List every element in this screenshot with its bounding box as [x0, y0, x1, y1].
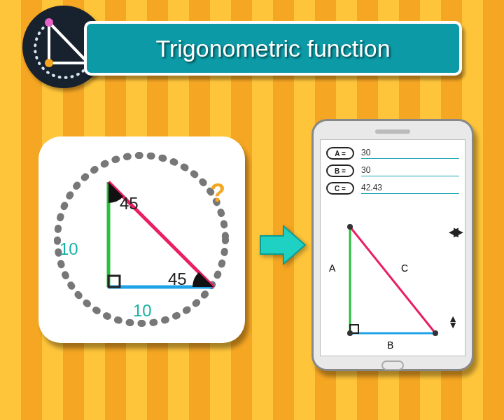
- unknown-marker: ?: [210, 178, 225, 208]
- tri-label-b: B: [387, 340, 393, 351]
- phone-mockup: A = 30 B = 30 C = 42.43 A B C ◀ ▶ ▲▼: [312, 119, 474, 371]
- page-title-banner: Trigonometric function: [84, 21, 462, 76]
- problem-card: 10 10 45 45 ?: [38, 136, 245, 343]
- vertical-stepper-icon[interactable]: ▲▼: [448, 316, 458, 328]
- side-left-label: 10: [59, 239, 78, 259]
- page-title: Trigonometric function: [155, 35, 390, 62]
- pill-c: C =: [326, 182, 354, 195]
- angle-right-label: 45: [168, 270, 187, 289]
- value-c: 42.43: [361, 183, 459, 194]
- side-bottom-label: 10: [133, 301, 152, 321]
- svg-point-15: [347, 330, 353, 336]
- svg-marker-9: [260, 226, 305, 264]
- svg-point-16: [433, 330, 438, 336]
- horizontal-stepper-icon[interactable]: ◀ ▶: [449, 224, 459, 239]
- value-a: 30: [361, 148, 459, 159]
- phone-screen: A = 30 B = 30 C = 42.43 A B C ◀ ▶ ▲▼: [320, 139, 465, 356]
- angle-top-label: 45: [120, 194, 139, 214]
- phone-triangle-icon: [330, 221, 442, 347]
- pill-b: B =: [326, 164, 354, 177]
- value-row-c: C = 42.43: [326, 182, 459, 195]
- svg-point-14: [347, 224, 353, 230]
- tri-label-a: A: [329, 262, 335, 274]
- svg-point-2: [45, 59, 53, 67]
- svg-marker-0: [49, 22, 88, 63]
- arrow-right-icon: [259, 224, 308, 266]
- phone-home-button[interactable]: [382, 360, 404, 370]
- tri-label-c: C: [401, 262, 408, 274]
- pill-a: A =: [326, 147, 354, 160]
- phone-speaker-icon: [375, 130, 410, 134]
- value-row-b: B = 30: [326, 164, 459, 177]
- value-b: 30: [361, 165, 459, 176]
- svg-point-1: [45, 18, 53, 27]
- value-row-a: A = 30: [326, 147, 459, 160]
- svg-line-12: [350, 227, 435, 333]
- problem-triangle-icon: [88, 175, 227, 315]
